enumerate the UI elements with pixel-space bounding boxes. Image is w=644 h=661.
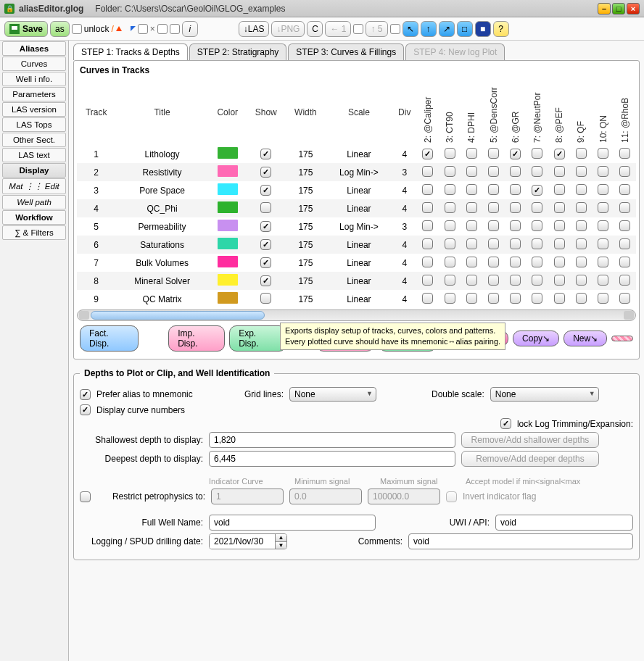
curve-checkbox[interactable] [619, 202, 630, 213]
curve-checkbox[interactable] [466, 293, 477, 304]
curve-checkbox[interactable] [554, 275, 565, 286]
curve-checkbox[interactable] [466, 257, 477, 267]
tool-sq1[interactable]: □ [457, 21, 473, 37]
date-input[interactable] [210, 534, 275, 549]
curve-checkbox[interactable] [576, 220, 587, 231]
date-up-icon[interactable]: ▲ [275, 534, 286, 542]
curve-checkbox[interactable] [532, 148, 542, 159]
export-png-button[interactable]: ↓PNG [271, 21, 305, 37]
curve-checkbox[interactable] [488, 275, 499, 286]
sidebar-item-well-i-nfo-[interactable]: Well i nfo. [2, 72, 66, 86]
save-button[interactable]: Save [4, 21, 48, 37]
curve-checkbox[interactable] [466, 166, 477, 177]
display-nums-checkbox[interactable] [80, 404, 91, 415]
curve-checkbox[interactable] [466, 148, 477, 159]
minimize-button[interactable]: – [598, 3, 611, 14]
curve-checkbox[interactable] [532, 275, 542, 286]
table-row[interactable]: 3Pore Space175Linear4 [77, 181, 636, 199]
curve-checkbox[interactable] [532, 220, 542, 231]
curve-checkbox[interactable] [510, 275, 521, 286]
red-flag-icon[interactable] [116, 26, 122, 31]
fullname-input[interactable] [209, 515, 376, 531]
curve-checkbox[interactable] [619, 184, 630, 195]
table-row[interactable]: 5Permeability175Log Min->3 [77, 217, 636, 236]
curve-checkbox[interactable] [598, 257, 608, 267]
curve-checkbox[interactable] [532, 257, 542, 267]
table-row[interactable]: 6Saturations175Linear4 [77, 236, 636, 254]
sidebar-item-display[interactable]: Display [2, 163, 66, 178]
tb-check-3[interactable] [170, 24, 180, 34]
color-swatch[interactable] [218, 238, 238, 249]
nav-right-check[interactable] [353, 24, 363, 34]
curve-checkbox[interactable] [510, 293, 521, 304]
show-checkbox[interactable] [260, 239, 271, 250]
show-checkbox[interactable] [260, 202, 271, 213]
color-swatch[interactable] [218, 201, 238, 213]
shallow-btn[interactable]: Remove/Add shallower depths [461, 432, 599, 448]
lock-trim-checkbox[interactable] [500, 418, 511, 429]
deep-input[interactable] [209, 451, 455, 467]
curve-checkbox[interactable] [532, 185, 542, 196]
info-button[interactable]: i [182, 21, 198, 37]
curve-checkbox[interactable] [619, 293, 630, 304]
sidebar-item-parameters[interactable]: Parameters [2, 87, 66, 101]
sidebar-item-las-text[interactable]: LAS text [2, 148, 66, 162]
curve-checkbox[interactable] [422, 149, 433, 159]
curve-checkbox[interactable] [510, 257, 521, 267]
curve-checkbox[interactable] [445, 148, 455, 159]
curve-checkbox[interactable] [488, 148, 499, 159]
curve-checkbox[interactable] [619, 166, 630, 177]
show-checkbox[interactable] [260, 167, 271, 178]
curve-checkbox[interactable] [619, 238, 630, 249]
curve-checkbox[interactable] [445, 293, 455, 304]
table-row[interactable]: 9QC Matrix175Linear4 [77, 290, 636, 308]
curve-checkbox[interactable] [510, 184, 521, 195]
curve-checkbox[interactable] [445, 257, 455, 267]
curve-checkbox[interactable] [466, 238, 477, 249]
curve-checkbox[interactable] [554, 184, 565, 195]
sidebar-item-mat-edit[interactable]: Mat ⋮⋮ Edit [2, 178, 66, 194]
curve-checkbox[interactable] [554, 238, 565, 249]
curve-checkbox[interactable] [532, 202, 542, 213]
curve-checkbox[interactable] [576, 238, 587, 249]
curve-checkbox[interactable] [554, 293, 565, 304]
curve-checkbox[interactable] [554, 257, 565, 267]
table-row[interactable]: 8Mineral Solver175Linear4 [77, 272, 636, 290]
curve-checkbox[interactable] [422, 293, 433, 304]
curve-checkbox[interactable] [488, 238, 499, 249]
date-down-icon[interactable]: ▼ [275, 542, 286, 549]
curve-checkbox[interactable] [576, 184, 587, 195]
curve-checkbox[interactable] [488, 184, 499, 195]
sidebar-item-aliases[interactable]: Aliases [2, 41, 66, 56]
show-checkbox[interactable] [260, 293, 271, 304]
curve-checkbox[interactable] [422, 202, 433, 213]
show-checkbox[interactable] [260, 257, 271, 268]
imp-disp-button[interactable]: Imp. Disp. [168, 325, 225, 352]
curve-checkbox[interactable] [532, 293, 542, 304]
curve-checkbox[interactable] [598, 220, 608, 231]
curve-checkbox[interactable] [554, 149, 565, 159]
curve-checkbox[interactable] [598, 166, 608, 177]
sidebar-item-well-path[interactable]: Well path [2, 195, 66, 209]
curve-checkbox[interactable] [466, 220, 477, 231]
curve-checkbox[interactable] [554, 202, 565, 213]
color-swatch[interactable] [218, 165, 238, 177]
curve-checkbox[interactable] [598, 275, 608, 286]
curve-checkbox[interactable] [422, 220, 433, 231]
curve-checkbox[interactable] [510, 166, 521, 177]
sidebar-item-las-tops[interactable]: LAS Tops [2, 117, 66, 132]
fact-disp-button[interactable]: Fact. Disp. [80, 325, 139, 352]
restrict-checkbox[interactable] [80, 491, 91, 502]
show-checkbox[interactable] [260, 275, 271, 286]
curve-checkbox[interactable] [598, 184, 608, 195]
delete-button[interactable] [611, 336, 633, 341]
curve-checkbox[interactable] [422, 184, 433, 195]
unlock-checkbox[interactable] [72, 24, 82, 34]
curve-checkbox[interactable] [554, 220, 565, 231]
curve-checkbox[interactable] [598, 293, 608, 304]
curve-checkbox[interactable] [576, 257, 587, 267]
export-las-button[interactable]: ↓LAS [239, 21, 270, 37]
uwi-input[interactable] [495, 515, 633, 531]
curve-checkbox[interactable] [445, 184, 455, 195]
curve-checkbox[interactable] [488, 257, 499, 267]
